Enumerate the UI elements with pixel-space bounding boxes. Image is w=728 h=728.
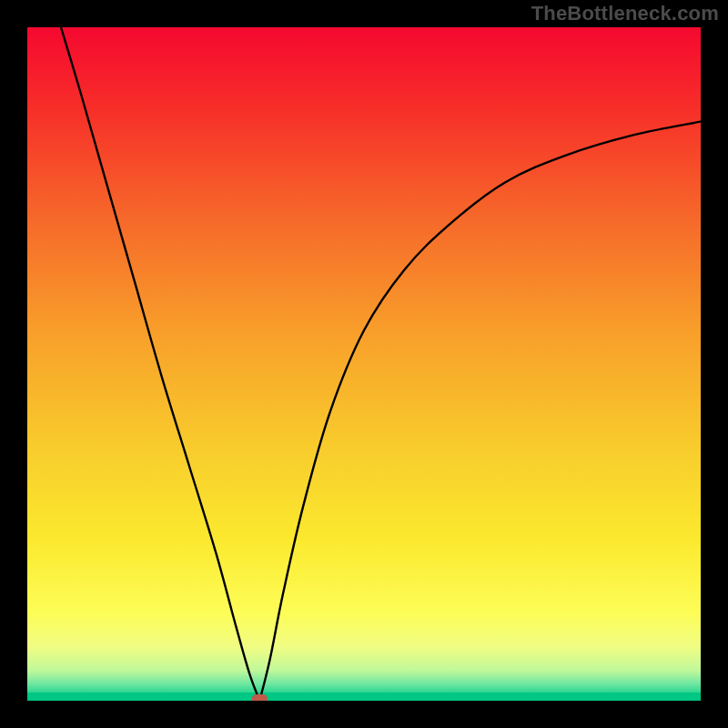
plot-area	[27, 27, 701, 701]
watermark-text: TheBottleneck.com	[531, 2, 719, 25]
chart-svg	[27, 27, 701, 701]
green-floor-band	[27, 693, 701, 701]
chart-frame: TheBottleneck.com	[0, 0, 728, 728]
gradient-background	[27, 27, 701, 701]
minimum-marker	[252, 694, 268, 701]
